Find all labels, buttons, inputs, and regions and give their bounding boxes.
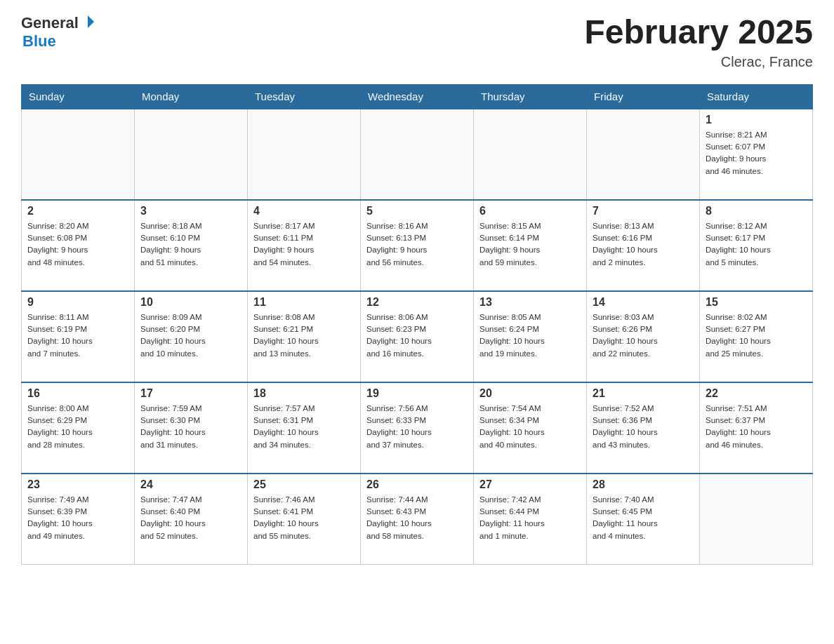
calendar-title: February 2025 [584,14,813,51]
day-info: Sunrise: 7:51 AM Sunset: 6:37 PM Dayligh… [706,403,807,451]
day-number: 17 [140,387,241,400]
day-number: 26 [366,478,468,491]
day-header-thursday: Thursday [474,84,587,109]
day-info: Sunrise: 7:54 AM Sunset: 6:34 PM Dayligh… [479,403,581,451]
day-info: Sunrise: 7:40 AM Sunset: 6:45 PM Dayligh… [593,494,694,542]
day-number: 25 [253,478,355,491]
calendar-cell: 19Sunrise: 7:56 AM Sunset: 6:33 PM Dayli… [361,382,474,474]
week-row-1: 1Sunrise: 8:21 AM Sunset: 6:07 PM Daylig… [22,109,813,200]
calendar-cell: 28Sunrise: 7:40 AM Sunset: 6:45 PM Dayli… [587,474,700,565]
calendar-cell: 10Sunrise: 8:09 AM Sunset: 6:20 PM Dayli… [135,291,248,382]
day-info: Sunrise: 8:05 AM Sunset: 6:24 PM Dayligh… [479,311,581,360]
day-info: Sunrise: 8:09 AM Sunset: 6:20 PM Dayligh… [140,311,241,360]
calendar-table: SundayMondayTuesdayWednesdayThursdayFrid… [21,84,813,565]
calendar-cell: 18Sunrise: 7:57 AM Sunset: 6:31 PM Dayli… [248,382,361,474]
calendar-cell [587,109,700,200]
calendar-cell: 3Sunrise: 8:18 AM Sunset: 6:10 PM Daylig… [135,200,248,291]
week-row-4: 16Sunrise: 8:00 AM Sunset: 6:29 PM Dayli… [22,382,813,474]
calendar-cell [135,109,248,200]
calendar-cell [248,109,361,200]
day-info: Sunrise: 8:00 AM Sunset: 6:29 PM Dayligh… [27,403,128,451]
day-info: Sunrise: 7:49 AM Sunset: 6:39 PM Dayligh… [27,494,128,542]
day-number: 6 [479,205,581,217]
day-info: Sunrise: 8:18 AM Sunset: 6:10 PM Dayligh… [140,220,241,269]
page-header: General Blue February 2025 Clerac, Franc… [21,14,813,70]
calendar-cell: 16Sunrise: 8:00 AM Sunset: 6:29 PM Dayli… [22,382,135,474]
calendar-cell: 27Sunrise: 7:42 AM Sunset: 6:44 PM Dayli… [474,474,587,565]
day-number: 20 [479,387,581,400]
calendar-cell [22,109,135,200]
calendar-cell [361,109,474,200]
calendar-cell: 21Sunrise: 7:52 AM Sunset: 6:36 PM Dayli… [587,382,700,474]
day-info: Sunrise: 8:17 AM Sunset: 6:11 PM Dayligh… [253,220,355,269]
logo-blue-text: Blue [22,32,56,50]
day-info: Sunrise: 8:11 AM Sunset: 6:19 PM Dayligh… [27,311,128,360]
calendar-cell: 25Sunrise: 7:46 AM Sunset: 6:41 PM Dayli… [248,474,361,565]
logo: General Blue [21,14,95,51]
logo-general-text: General [21,14,79,32]
calendar-cell: 11Sunrise: 8:08 AM Sunset: 6:21 PM Dayli… [248,291,361,382]
day-info: Sunrise: 7:59 AM Sunset: 6:30 PM Dayligh… [140,403,241,451]
day-header-saturday: Saturday [700,84,813,109]
day-info: Sunrise: 8:06 AM Sunset: 6:23 PM Dayligh… [366,311,468,360]
day-number: 11 [253,296,355,309]
calendar-cell: 14Sunrise: 8:03 AM Sunset: 6:26 PM Dayli… [587,291,700,382]
day-number: 7 [593,205,694,217]
logo-flag-icon [80,14,95,29]
calendar-cell: 6Sunrise: 8:15 AM Sunset: 6:14 PM Daylig… [474,200,587,291]
calendar-cell: 5Sunrise: 8:16 AM Sunset: 6:13 PM Daylig… [361,200,474,291]
calendar-cell: 15Sunrise: 8:02 AM Sunset: 6:27 PM Dayli… [700,291,813,382]
day-info: Sunrise: 8:21 AM Sunset: 6:07 PM Dayligh… [706,129,807,177]
calendar-cell: 9Sunrise: 8:11 AM Sunset: 6:19 PM Daylig… [22,291,135,382]
calendar-cell [700,474,813,565]
day-info: Sunrise: 7:57 AM Sunset: 6:31 PM Dayligh… [253,403,355,451]
day-number: 2 [27,205,128,217]
day-info: Sunrise: 7:52 AM Sunset: 6:36 PM Dayligh… [593,403,694,451]
calendar-cell: 4Sunrise: 8:17 AM Sunset: 6:11 PM Daylig… [248,200,361,291]
day-info: Sunrise: 8:15 AM Sunset: 6:14 PM Dayligh… [479,220,581,269]
day-number: 13 [479,296,581,309]
day-header-wednesday: Wednesday [361,84,474,109]
day-number: 3 [140,205,241,217]
calendar-cell: 17Sunrise: 7:59 AM Sunset: 6:30 PM Dayli… [135,382,248,474]
week-row-3: 9Sunrise: 8:11 AM Sunset: 6:19 PM Daylig… [22,291,813,382]
calendar-cell: 24Sunrise: 7:47 AM Sunset: 6:40 PM Dayli… [135,474,248,565]
week-row-5: 23Sunrise: 7:49 AM Sunset: 6:39 PM Dayli… [22,474,813,565]
day-info: Sunrise: 8:02 AM Sunset: 6:27 PM Dayligh… [706,311,807,360]
calendar-cell: 23Sunrise: 7:49 AM Sunset: 6:39 PM Dayli… [22,474,135,565]
day-number: 28 [593,478,694,491]
calendar-cell: 12Sunrise: 8:06 AM Sunset: 6:23 PM Dayli… [361,291,474,382]
calendar-cell: 1Sunrise: 8:21 AM Sunset: 6:07 PM Daylig… [700,109,813,200]
calendar-cell: 7Sunrise: 8:13 AM Sunset: 6:16 PM Daylig… [587,200,700,291]
day-number: 21 [593,387,694,400]
day-number: 8 [706,205,807,217]
day-header-tuesday: Tuesday [248,84,361,109]
day-number: 18 [253,387,355,400]
svg-marker-0 [88,15,94,28]
day-info: Sunrise: 7:42 AM Sunset: 6:44 PM Dayligh… [479,494,581,542]
calendar-cell: 2Sunrise: 8:20 AM Sunset: 6:08 PM Daylig… [22,200,135,291]
day-number: 5 [366,205,468,217]
calendar-cell: 26Sunrise: 7:44 AM Sunset: 6:43 PM Dayli… [361,474,474,565]
day-info: Sunrise: 7:44 AM Sunset: 6:43 PM Dayligh… [366,494,468,542]
day-number: 10 [140,296,241,309]
day-info: Sunrise: 8:16 AM Sunset: 6:13 PM Dayligh… [366,220,468,269]
day-info: Sunrise: 8:03 AM Sunset: 6:26 PM Dayligh… [593,311,694,360]
calendar-cell: 22Sunrise: 7:51 AM Sunset: 6:37 PM Dayli… [700,382,813,474]
day-number: 9 [27,296,128,309]
day-info: Sunrise: 8:08 AM Sunset: 6:21 PM Dayligh… [253,311,355,360]
day-number: 16 [27,387,128,400]
calendar-cell: 8Sunrise: 8:12 AM Sunset: 6:17 PM Daylig… [700,200,813,291]
day-info: Sunrise: 8:13 AM Sunset: 6:16 PM Dayligh… [593,220,694,269]
day-info: Sunrise: 7:46 AM Sunset: 6:41 PM Dayligh… [253,494,355,542]
header-row: SundayMondayTuesdayWednesdayThursdayFrid… [22,84,813,109]
day-header-friday: Friday [587,84,700,109]
day-number: 22 [706,387,807,400]
day-number: 23 [27,478,128,491]
day-number: 14 [593,296,694,309]
calendar-cell: 13Sunrise: 8:05 AM Sunset: 6:24 PM Dayli… [474,291,587,382]
day-number: 1 [706,114,807,126]
calendar-cell: 20Sunrise: 7:54 AM Sunset: 6:34 PM Dayli… [474,382,587,474]
day-header-monday: Monday [135,84,248,109]
day-header-sunday: Sunday [22,84,135,109]
